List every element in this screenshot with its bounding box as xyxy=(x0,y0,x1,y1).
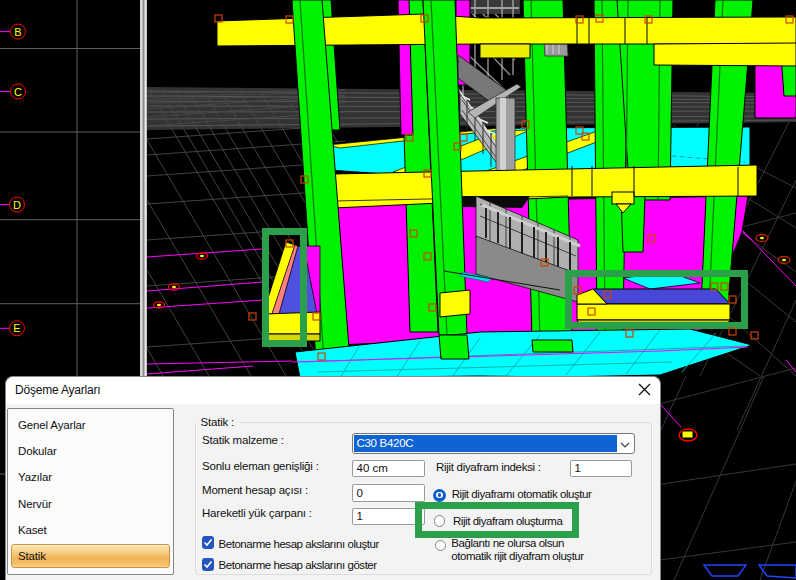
svg-text:B: B xyxy=(14,26,21,38)
svg-text:D: D xyxy=(13,199,21,211)
svg-text:E: E xyxy=(13,322,20,334)
svg-text:C: C xyxy=(14,86,22,98)
